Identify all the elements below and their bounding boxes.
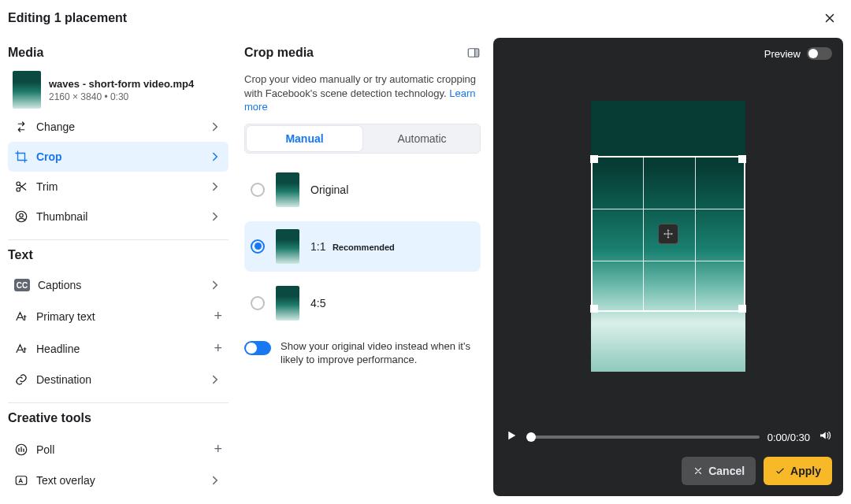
sidebar-item-crop[interactable]: Crop [8, 142, 229, 172]
check-icon [775, 465, 786, 476]
divider [8, 402, 229, 403]
link-icon [14, 372, 28, 387]
sidebar-item-label: Captions [38, 279, 81, 291]
ratio-label: Original [310, 183, 348, 196]
radio-unselected[interactable] [251, 296, 265, 310]
move-handle[interactable] [658, 224, 678, 244]
media-section-title: Media [8, 46, 229, 60]
sidebar-item-destination[interactable]: Destination [8, 365, 229, 395]
thumbnail-icon [14, 209, 28, 224]
volume-button[interactable] [818, 428, 832, 446]
plus-icon: + [214, 340, 222, 357]
recommended-badge: Recommended [333, 243, 395, 252]
preview-panel: Preview [493, 38, 843, 496]
move-icon [663, 228, 674, 239]
sidebar-item-poll[interactable]: Poll + [8, 433, 229, 465]
captions-icon: CC [14, 279, 30, 291]
chevron-right-icon [208, 150, 222, 164]
sidebar-item-captions[interactable]: CC Captions [8, 270, 229, 300]
show-original-label: Show your original video instead when it… [281, 339, 481, 367]
volume-icon [818, 428, 832, 443]
crop-mode-tabs: Manual Automatic [244, 124, 481, 154]
ratio-thumbnail [276, 286, 299, 321]
sidebar-item-label: Headline [36, 343, 80, 355]
plus-icon: + [214, 308, 222, 324]
ratio-option-4-5[interactable]: 4:5 [244, 278, 481, 328]
sidebar-item-change[interactable]: Change [8, 112, 229, 142]
sidebar-item-label: Poll [36, 443, 54, 456]
text-icon [14, 309, 28, 324]
video-frame[interactable] [591, 101, 745, 372]
crop-description: Crop your video manually or try automati… [244, 72, 481, 114]
sidebar-item-text-overlay[interactable]: Text overlay [8, 465, 229, 495]
preview-label: Preview [764, 48, 801, 60]
chevron-right-icon [208, 372, 222, 387]
show-original-toggle[interactable] [244, 341, 271, 355]
chevron-right-icon [208, 209, 222, 224]
preview-toggle[interactable] [807, 47, 832, 60]
sidebar-item-label: Thumbnail [36, 210, 87, 223]
sidebar-item-primary-text[interactable]: Primary text + [8, 300, 229, 332]
sidebar-item-trim[interactable]: Trim [8, 172, 229, 202]
playback-time: 0:00/0:30 [767, 432, 810, 443]
crop-handle-br[interactable] [738, 305, 746, 313]
radio-unselected[interactable] [251, 183, 265, 197]
text-section-title: Text [8, 248, 229, 262]
text-overlay-icon [14, 473, 28, 487]
close-icon [823, 11, 837, 25]
media-file[interactable]: waves - short-form video.mp4 2160 × 3840… [8, 68, 229, 112]
trim-icon [14, 180, 28, 194]
tools-section-title: Creative tools [8, 411, 229, 425]
sidebar-item-logo-overlay[interactable]: Logo overlay [8, 495, 229, 504]
close-icon [693, 465, 704, 476]
ratio-label: 1:1 [310, 240, 325, 253]
cancel-button[interactable]: Cancel [682, 457, 756, 485]
crop-section-title: Crop media [244, 46, 314, 60]
panel-toggle-icon[interactable] [466, 46, 481, 60]
crop-handle-tr[interactable] [738, 155, 746, 163]
crop-icon [14, 150, 28, 164]
crop-handle-bl[interactable] [590, 305, 598, 313]
page-title: Editing 1 placement [8, 11, 127, 25]
divider [8, 239, 229, 240]
sidebar-item-label: Change [36, 120, 75, 133]
sidebar-item-label: Destination [36, 373, 91, 386]
sidebar-item-headline[interactable]: Headline + [8, 332, 229, 365]
play-button[interactable] [504, 428, 518, 446]
sidebar-item-label: Text overlay [36, 474, 95, 487]
crop-handle-tl[interactable] [590, 155, 598, 163]
media-thumbnail [13, 71, 41, 109]
media-file-meta: 2160 × 3840 • 0:30 [49, 91, 194, 102]
sidebar-item-label: Crop [36, 150, 62, 163]
ratio-thumbnail [276, 172, 299, 207]
ratio-option-1-1[interactable]: 1:1 Recommended [244, 221, 481, 272]
apply-button[interactable]: Apply [764, 457, 832, 485]
tab-automatic[interactable]: Automatic [364, 124, 480, 153]
svg-rect-9 [475, 49, 479, 57]
text-icon [14, 342, 28, 356]
sidebar-item-thumbnail[interactable]: Thumbnail [8, 202, 229, 232]
crop-bounds[interactable] [591, 156, 745, 312]
close-button[interactable] [821, 9, 838, 27]
chevron-right-icon [208, 473, 222, 487]
tab-manual[interactable]: Manual [247, 126, 362, 151]
poll-icon [14, 443, 28, 457]
scrubber[interactable] [526, 435, 760, 439]
ratio-label: 4:5 [310, 297, 325, 309]
chevron-right-icon [208, 120, 222, 134]
sidebar-item-label: Primary text [36, 310, 95, 323]
chevron-right-icon [208, 278, 222, 292]
chevron-right-icon [208, 180, 222, 194]
sidebar-item-label: Trim [36, 180, 58, 193]
ratio-option-original[interactable]: Original [244, 165, 481, 215]
change-icon [14, 120, 28, 134]
media-file-name: waves - short-form video.mp4 [49, 78, 194, 90]
plus-icon: + [214, 441, 222, 458]
ratio-thumbnail [276, 229, 299, 264]
radio-selected[interactable] [251, 239, 265, 254]
svg-point-3 [20, 213, 24, 217]
play-icon [504, 428, 518, 443]
